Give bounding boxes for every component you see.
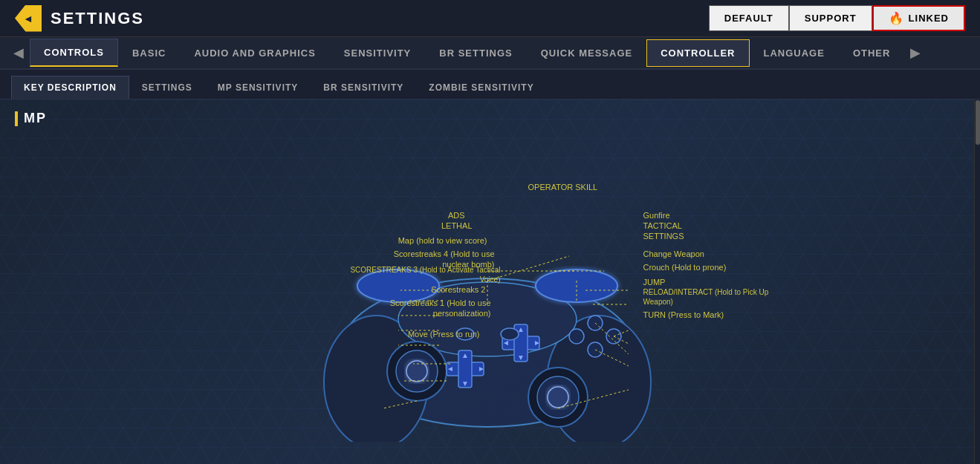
- fire-icon: 🔥: [889, 11, 904, 25]
- svg-point-26: [569, 329, 584, 344]
- tab-basic[interactable]: BASIC: [118, 39, 180, 67]
- sub-tab-br-sensitivity[interactable]: BR SENSITIVITY: [311, 76, 416, 99]
- label-ads: ADS: [448, 210, 465, 220]
- content-area: MP: [0, 99, 974, 464]
- page-title: SETTINGS: [51, 9, 144, 28]
- main-content: MP: [0, 99, 980, 464]
- svg-point-11: [548, 387, 568, 408]
- header-actions: DEFAULT SUPPORT 🔥 LINKED: [709, 5, 965, 31]
- label-move: Move (Press to run): [408, 329, 480, 339]
- label-tactical: TACTICALSETTINGS: [643, 220, 684, 242]
- default-button[interactable]: DEFAULT: [709, 5, 789, 31]
- label-gunfire: Gunfire: [643, 210, 670, 220]
- svg-text:►: ►: [533, 339, 541, 347]
- label-reload: RELOAD/INTERACT (Hold to Pick UpWeapon): [643, 287, 769, 307]
- tab-audio-graphics[interactable]: AUDIO AND GRAPHICS: [180, 39, 329, 67]
- tab-quick-message[interactable]: QUICK MESSAGE: [527, 39, 647, 67]
- svg-text:►: ►: [478, 365, 485, 373]
- tab-other[interactable]: OTHER: [839, 39, 905, 67]
- label-jump: JUMP: [643, 277, 666, 287]
- back-button[interactable]: ◄: [15, 5, 42, 32]
- svg-point-25: [501, 328, 519, 340]
- sub-tab-settings[interactable]: SETTINGS: [129, 76, 205, 99]
- svg-text:◄: ◄: [447, 365, 454, 373]
- support-button[interactable]: SUPPORT: [789, 5, 872, 31]
- label-scorestreaks3: SCORESTREAKS 3 (Hold to Activate Tactica…: [350, 265, 500, 284]
- scrollbar-thumb[interactable]: [976, 100, 980, 145]
- tab-next-arrow[interactable]: ▶: [904, 45, 927, 61]
- controller-svg-container: ◄ ► ▲ ▼ ◄ ► ▲ ▼: [153, 145, 822, 442]
- tab-prev-arrow[interactable]: ◀: [7, 45, 30, 61]
- label-crouch: Crouch (Hold to prone): [643, 262, 727, 272]
- tab-controller[interactable]: CONTROLLER: [646, 39, 749, 67]
- scrollbar[interactable]: [974, 99, 980, 464]
- tab-controls[interactable]: CONTROLS: [30, 39, 118, 67]
- tab-sensitivity[interactable]: SENSITIVITY: [330, 39, 425, 67]
- tab-language[interactable]: LANGUAGE: [750, 39, 839, 67]
- header: ◄ SETTINGS DEFAULT SUPPORT 🔥 LINKED: [0, 0, 980, 37]
- linked-button[interactable]: 🔥 LINKED: [872, 5, 965, 31]
- sub-tab-mp-sensitivity[interactable]: MP SENSITIVITY: [205, 76, 311, 99]
- svg-text:▼: ▼: [461, 379, 469, 388]
- sub-tab-navigation: KEY DESCRIPTION SETTINGS MP SENSITIVITY …: [0, 70, 980, 99]
- label-scorestreaks1: Scorestreaks 1 (Hold to usepersonalizati…: [390, 298, 491, 319]
- label-scorestreaks2: Scorestreaks 2: [431, 284, 485, 295]
- label-turn: TURN (Press to Mark): [643, 310, 724, 320]
- svg-text:▲: ▲: [461, 351, 469, 359]
- label-change-weapon: Change Weapon: [643, 249, 704, 259]
- sub-tab-zombie-sensitivity[interactable]: ZOMBIE SENSITIVITY: [416, 76, 546, 99]
- sub-tab-key-description[interactable]: KEY DESCRIPTION: [11, 76, 129, 99]
- label-map: Map (hold to view score): [398, 235, 487, 246]
- label-operator-skill: OPERATOR SKILL: [528, 182, 598, 192]
- tab-br-settings[interactable]: BR SETTINGS: [425, 39, 526, 67]
- label-lethal: LETHAL: [441, 220, 473, 231]
- controller-diagram: ◄ ► ▲ ▼ ◄ ► ▲ ▼: [15, 137, 959, 449]
- tab-navigation: ◀ CONTROLS BASIC AUDIO AND GRAPHICS SENS…: [0, 37, 980, 70]
- svg-text:▼: ▼: [517, 353, 525, 362]
